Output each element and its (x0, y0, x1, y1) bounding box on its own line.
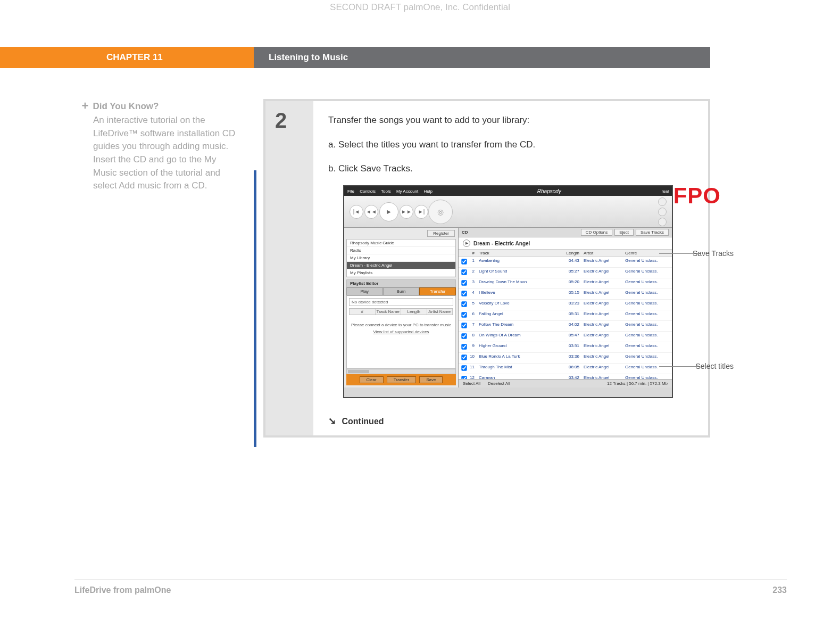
track-row[interactable]: 3Drawing Down The Moon05:20Electric Ange… (459, 278, 672, 289)
album-play-icon[interactable]: ▶ (463, 240, 470, 247)
no-device-field: No device detected (349, 298, 453, 306)
playlist-columns: # Track Name Length Artist Name (349, 308, 453, 315)
callout-save-tracks: Save Tracks (693, 249, 734, 258)
track-num: 12 (467, 374, 477, 379)
prev-button[interactable]: |◄ (350, 205, 363, 219)
track-stats: 12 Tracks | 56.7 min. | 572.3 Mb (607, 381, 668, 386)
th-artist: Artist (581, 250, 623, 257)
select-all-button[interactable]: Select All (463, 381, 480, 386)
clear-button[interactable]: Clear (360, 376, 384, 383)
track-row[interactable]: 8On Wings Of A Dream05:47Electric AngelG… (459, 332, 672, 342)
cd-options-button[interactable]: CD Options (581, 229, 612, 236)
track-length: 03:42 (560, 374, 581, 379)
register-button[interactable]: Register (427, 230, 455, 237)
track-row[interactable]: 4I Believe05:15Electric AngelGeneral Unc… (459, 289, 672, 300)
page-footer: LifeDrive from palmOne 233 (74, 580, 787, 595)
track-length: 04:43 (560, 257, 581, 267)
track-checkbox[interactable] (461, 366, 467, 371)
menu-controls[interactable]: Controls (360, 189, 376, 194)
track-row[interactable]: 5Velocity Of Love03:23Electric AngelGene… (459, 300, 672, 310)
track-row[interactable]: 12Caravan03:42Electric AngelGeneral Uncl… (459, 374, 672, 379)
eject-button[interactable]: Eject (614, 229, 634, 236)
th-num: # (467, 250, 477, 257)
track-title: Velocity Of Love (477, 300, 560, 310)
track-checkbox[interactable] (461, 312, 467, 318)
callout-select-titles: Select titles (695, 362, 734, 370)
track-genre: General Unclass. (623, 300, 672, 310)
transfer-button[interactable]: Transfer (387, 376, 417, 383)
track-num: 7 (467, 321, 477, 331)
next-button[interactable]: ►| (414, 205, 428, 219)
track-checkbox[interactable] (461, 323, 467, 328)
knob-2[interactable] (658, 208, 667, 216)
track-checkbox[interactable] (461, 376, 467, 380)
rhapsody-screenshot: FPO Save Tracks Select titles File Contr… (343, 185, 673, 398)
knob-3[interactable] (658, 218, 667, 226)
col-num: # (350, 309, 376, 315)
playlist-editor-box: No device detected # Track Name Length A… (346, 295, 456, 369)
track-title: Through The Mist (477, 364, 560, 374)
tab-burn[interactable]: Burn (383, 287, 420, 295)
track-list: 1Awakening04:43Electric AngelGeneral Unc… (459, 257, 672, 379)
tab-play[interactable]: Play (346, 287, 383, 295)
track-row[interactable]: 9Higher Ground03:51Electric AngelGeneral… (459, 342, 672, 353)
track-num: 2 (467, 268, 477, 278)
track-num: 1 (467, 257, 477, 267)
track-length: 05:27 (560, 268, 581, 278)
save-playlist-button[interactable]: Save (419, 376, 443, 383)
track-checkbox[interactable] (461, 280, 467, 286)
cd-icon: ◎ (428, 200, 453, 224)
knob-1[interactable] (658, 197, 667, 206)
track-row[interactable]: 2Light Of Sound05:27Electric AngelGenera… (459, 268, 672, 278)
chapter-label: CHAPTER 11 (0, 47, 254, 68)
playlist-scrollbar[interactable] (346, 369, 456, 374)
track-title: Light Of Sound (477, 268, 560, 278)
track-title: On Wings Of A Dream (477, 332, 560, 342)
save-tracks-button[interactable]: Save Tracks (636, 229, 669, 236)
step-intro: Transfer the songs you want to add to yo… (328, 115, 693, 126)
track-checkbox[interactable] (461, 270, 467, 275)
track-row[interactable]: 1Awakening04:43Electric AngelGeneral Unc… (459, 257, 672, 268)
nav-list: Rhapsody Music Guide Radio My Library Dr… (346, 239, 456, 277)
track-checkbox[interactable] (461, 344, 467, 350)
menu-file[interactable]: File (347, 189, 354, 194)
track-artist: Electric Angel (581, 342, 623, 352)
col-track: Track Name (376, 309, 402, 315)
nav-library[interactable]: My Library (347, 254, 455, 262)
track-checkbox[interactable] (461, 334, 467, 339)
track-row[interactable]: 6Falling Angel05:31Electric AngelGeneral… (459, 310, 672, 321)
track-genre: General Unclass. (623, 342, 672, 352)
track-length: 04:02 (560, 321, 581, 331)
track-genre: General Unclass. (623, 310, 672, 320)
nav-guide[interactable]: Rhapsody Music Guide (347, 240, 455, 247)
blue-accent-line (254, 170, 256, 447)
track-checkbox[interactable] (461, 259, 467, 265)
play-button[interactable]: ▶ (379, 202, 398, 221)
track-row[interactable]: 7Follow The Dream04:02Electric AngelGene… (459, 321, 672, 332)
track-checkbox[interactable] (461, 291, 467, 296)
step-panel: 2 Transfer the songs you want to add to … (263, 99, 710, 438)
track-header: # Track Length Artist Genre (459, 250, 672, 257)
track-row[interactable]: 10Blue Rondo A La Turk03:36Electric Ange… (459, 353, 672, 364)
track-length: 03:36 (560, 353, 581, 363)
nav-playlists[interactable]: My Playlists (347, 269, 455, 277)
track-checkbox[interactable] (461, 302, 467, 307)
menu-help[interactable]: Help (424, 189, 433, 194)
nav-cd-selected[interactable]: Dream - Electric Angel (347, 262, 455, 269)
track-checkbox[interactable] (461, 355, 467, 360)
track-length: 06:05 (560, 364, 581, 374)
track-num: 10 (467, 353, 477, 363)
menu-tools[interactable]: Tools (381, 189, 391, 194)
track-row[interactable]: 11Through The Mist06:05Electric AngelGen… (459, 364, 672, 374)
deselect-all-button[interactable]: Deselect All (488, 381, 510, 386)
tab-transfer[interactable]: Transfer (419, 287, 456, 295)
supported-devices-link[interactable]: View list of supported devices (349, 329, 453, 334)
nav-radio[interactable]: Radio (347, 247, 455, 254)
rewind-button[interactable]: ◄◄ (364, 205, 378, 219)
menu-account[interactable]: My Account (396, 189, 418, 194)
forward-button[interactable]: ►► (400, 205, 413, 219)
track-title: Follow The Dream (477, 321, 560, 331)
confidential-banner: SECOND DRAFT palmOne, Inc. Confidential (0, 2, 840, 13)
track-num: 4 (467, 289, 477, 299)
step-b: b. Click Save Tracks. (328, 161, 693, 176)
